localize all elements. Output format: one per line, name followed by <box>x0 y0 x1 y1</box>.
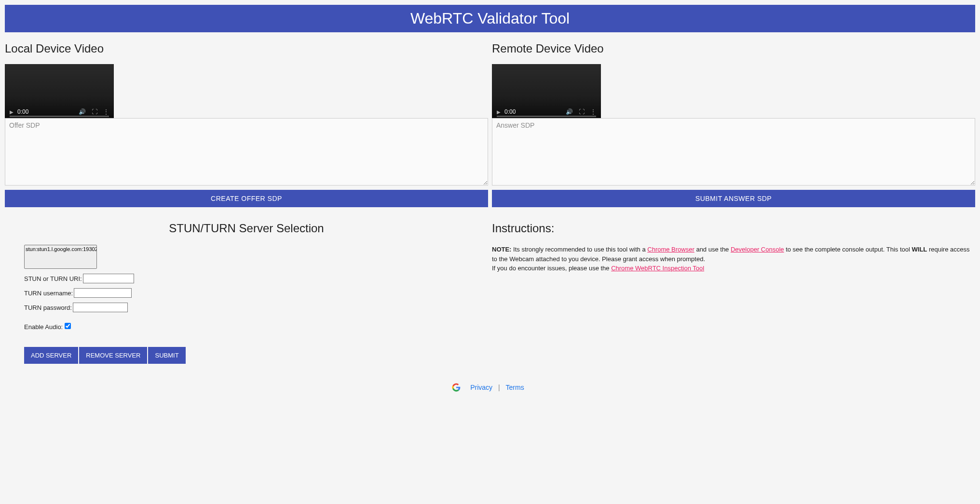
server-button-row: ADD SERVER REMOVE SERVER SUBMIT <box>24 347 469 364</box>
remote-video-player[interactable]: ▶ 0:00 🔊 ⛶ ⋮ <box>492 64 601 118</box>
server-list-select[interactable]: stun:stun1.l.google.com:19302 <box>24 245 97 269</box>
more-icon[interactable]: ⋮ <box>103 108 109 115</box>
webrtc-inspection-link[interactable]: Chrome WebRTC Inspection Tool <box>611 265 704 272</box>
page-title: WebRTC Validator Tool <box>410 10 570 27</box>
play-icon[interactable]: ▶ <box>497 109 501 115</box>
volume-icon[interactable]: 🔊 <box>566 108 573 115</box>
turn-username-input[interactable] <box>74 288 132 298</box>
fullscreen-icon[interactable]: ⛶ <box>579 108 585 115</box>
privacy-link[interactable]: Privacy <box>470 384 492 391</box>
remote-video-progress[interactable] <box>497 116 596 117</box>
username-field-row: TURN username: <box>24 288 469 298</box>
google-logo-icon <box>452 383 461 393</box>
page-header: WebRTC Validator Tool <box>5 5 975 32</box>
fullscreen-icon[interactable]: ⛶ <box>92 108 97 115</box>
password-field-row: TURN password: <box>24 303 469 312</box>
remove-server-button[interactable]: REMOVE SERVER <box>79 347 147 364</box>
uri-field-row: STUN or TURN URI: <box>24 274 469 283</box>
local-video-player[interactable]: ▶ 0:00 🔊 ⛶ ⋮ <box>5 64 114 118</box>
server-option[interactable]: stun:stun1.l.google.com:19302 <box>26 246 95 252</box>
add-server-button[interactable]: ADD SERVER <box>24 347 78 364</box>
uri-label: STUN or TURN URI: <box>24 275 82 282</box>
enable-audio-row: Enable Audio: <box>24 323 469 331</box>
enable-audio-label: Enable Audio: <box>24 323 63 331</box>
stun-turn-heading: STUN/TURN Server Selection <box>5 222 488 235</box>
stun-turn-uri-input[interactable] <box>83 274 134 283</box>
remote-video-time: 0:00 <box>504 108 516 115</box>
instructions-p1: NOTE: Its strongly recommended to use th… <box>492 245 975 264</box>
play-icon[interactable]: ▶ <box>10 109 14 115</box>
submit-server-button[interactable]: SUBMIT <box>148 347 185 364</box>
footer: Privacy | Terms <box>5 383 975 393</box>
submit-answer-sdp-button[interactable]: SUBMIT ANSWER SDP <box>492 190 975 207</box>
username-label: TURN username: <box>24 290 73 297</box>
create-offer-sdp-button[interactable]: CREATE OFFER SDP <box>5 190 488 207</box>
password-label: TURN password: <box>24 304 72 311</box>
remote-video-heading: Remote Device Video <box>492 42 975 55</box>
local-column: Local Device Video ▶ 0:00 🔊 ⛶ ⋮ CREATE O… <box>5 42 488 364</box>
chrome-browser-link[interactable]: Chrome Browser <box>647 246 694 253</box>
stun-turn-form: stun:stun1.l.google.com:19302 STUN or TU… <box>5 245 488 364</box>
answer-sdp-textarea[interactable] <box>492 118 975 186</box>
offer-sdp-textarea[interactable] <box>5 118 488 186</box>
footer-separator: | <box>498 384 500 391</box>
main-columns: Local Device Video ▶ 0:00 🔊 ⛶ ⋮ CREATE O… <box>5 42 975 364</box>
will-emphasis: WILL <box>912 246 927 253</box>
instructions-body: NOTE: Its strongly recommended to use th… <box>492 245 975 273</box>
local-video-heading: Local Device Video <box>5 42 488 55</box>
note-label: NOTE: <box>492 246 511 253</box>
remote-column: Remote Device Video ▶ 0:00 🔊 ⛶ ⋮ SUBMIT … <box>492 42 975 364</box>
local-video-progress[interactable] <box>10 116 109 117</box>
developer-console-link[interactable]: Developer Console <box>731 246 784 253</box>
instructions-heading: Instructions: <box>492 222 975 235</box>
enable-audio-checkbox[interactable] <box>65 323 71 329</box>
local-video-time: 0:00 <box>17 108 28 115</box>
more-icon[interactable]: ⋮ <box>590 108 596 115</box>
volume-icon[interactable]: 🔊 <box>79 108 86 115</box>
terms-link[interactable]: Terms <box>506 384 524 391</box>
instructions-p2: If you do encounter issues, please use t… <box>492 264 975 273</box>
turn-password-input[interactable] <box>73 303 128 312</box>
